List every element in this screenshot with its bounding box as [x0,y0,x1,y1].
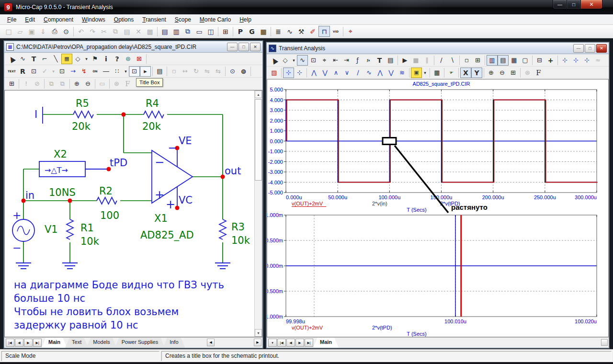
design-info-icon[interactable]: ⊞ [6,79,17,89]
go-inflection-icon[interactable]: ∿ [363,68,375,78]
next-page-button[interactable]: ▶ [24,339,33,347]
single-panel-icon[interactable]: ⊟ [534,55,545,66]
close-button[interactable]: ✕ [580,0,602,9]
title-box-icon[interactable]: ⊡ [129,66,140,77]
on-state-icon[interactable]: ON [90,66,101,77]
zoom-in-icon[interactable]: ⊕ [71,79,82,89]
rotate-icon[interactable]: ↻ [191,66,202,77]
buffer-dropdown-icon[interactable]: ▾ [422,68,428,78]
horizontal-tag-icon[interactable]: ⇤ [330,55,341,66]
menu-edit[interactable]: Edit [21,15,39,24]
browser-icon[interactable]: ⊛ [123,54,134,64]
tab-main[interactable]: Main [42,338,67,348]
grid-dots-icon[interactable]: ∷ [112,66,123,77]
grid-dropdown-icon[interactable]: ▾ [123,66,129,77]
resize-grip[interactable] [601,339,608,346]
undo-icon[interactable]: ↶ [75,26,87,37]
wire-mode-icon[interactable]: ∿ [17,54,28,64]
menu-help[interactable]: Help [235,15,256,24]
tab-analysis-main[interactable]: Main [313,338,339,348]
maximize-window-icon[interactable]: ▭ [193,26,205,37]
maximize-button[interactable]: □ [567,0,580,9]
info-mode-icon[interactable]: i [101,54,112,64]
next-page-button[interactable]: ▶ [295,339,304,347]
wire-segment-icon[interactable]: ― [101,66,112,77]
scroll-right-icon[interactable]: ▶ [254,339,261,346]
cut-icon[interactable]: ✂ [98,26,110,37]
numeric-output-icon[interactable]: ▦ [431,68,443,78]
performance-tag-icon[interactable]: ƒ [352,55,363,66]
screwdriver-icon[interactable]: ✐ [307,26,318,37]
help-mode-icon[interactable]: ? [112,54,123,64]
no-errors-icon[interactable]: ⊘ [32,79,43,89]
component-mode-icon[interactable]: ▦ [61,54,72,64]
ortho-wire-icon[interactable]: ⌐ [39,54,50,64]
p-letter-icon[interactable]: P [235,26,246,37]
schematic-horizontal-scrollbar[interactable]: ◀ ▶ [207,338,261,348]
shapes-icon[interactable]: ◇ [72,54,83,64]
go-valley-icon[interactable]: ⋁ [319,68,330,78]
first-page-button[interactable]: |◀ [277,339,286,347]
open-file-icon[interactable]: ▱ [14,26,26,37]
step-icon[interactable]: ⇆ [213,66,224,77]
tab-text[interactable]: Text [65,338,88,348]
scroll-thumb[interactable] [255,99,262,181]
font-icon[interactable]: F [122,79,133,89]
component-list-icon[interactable]: ≣ [272,26,284,37]
hammer-tool-icon[interactable]: ⚒ [295,26,307,37]
x-range-icon[interactable]: X [460,68,471,78]
crosshair-icon[interactable]: + [545,55,556,66]
polyline-mode-icon[interactable]: ∖ [447,55,458,66]
text-mode-icon[interactable]: T [374,55,385,66]
point-tag-icon[interactable]: ⌖ [319,55,330,66]
tile-vertical-icon[interactable]: ▥ [170,26,182,37]
web-icon[interactable]: ⊛ [111,79,122,89]
properties-icon[interactable]: ▤ [154,66,165,77]
overlap-icon[interactable]: ◫ [205,26,216,37]
panel-dropdown-button[interactable]: ▾ [268,339,277,347]
menu-windows[interactable]: Windows [78,15,110,24]
panel-vertical-icon[interactable]: ▥ [487,55,498,66]
tracker-horizontal-icon[interactable]: ⊹ [283,68,294,78]
anal ysis-close-button[interactable]: ✕ [596,44,607,53]
go-peak-icon[interactable]: ⋀ [308,68,319,78]
animate-scope-icon[interactable]: ▨ [269,68,280,78]
schematic-minimize-button[interactable]: — [227,43,238,51]
fx-icon[interactable]: ƒx [363,55,374,66]
warning-icon[interactable]: ! [21,79,32,89]
scope-window-icon[interactable]: ⊓ [318,26,330,37]
periodic-label-icon[interactable]: 'P' [446,68,457,78]
checklist-icon[interactable]: ✓ [39,66,50,77]
scroll-left-icon[interactable]: ◀ [207,339,215,346]
tab-info[interactable]: Info [163,338,185,348]
first-page-button[interactable]: |◀ [6,339,14,347]
text-mode-icon[interactable]: T [28,54,39,64]
probe-window-icon[interactable]: ⌖ [345,26,356,37]
tracker-next-icon[interactable]: ⊹ [294,68,305,78]
cursor-mode-icon[interactable]: ∿ [297,55,308,66]
send-back-icon[interactable]: ⧉ [57,79,68,89]
waveform-pair-icon[interactable]: ∿ [284,26,295,37]
print-icon[interactable]: ⎙ [49,26,60,37]
analysis-minimize-button[interactable]: — [573,44,584,53]
pick-cursor-icon[interactable]: ▸ [140,66,151,77]
shapes-icon[interactable]: ◇ [280,55,291,66]
plot-panel[interactable]: 5.0004.0003.0002.0001.0000.000-1.000-2.0… [267,79,609,337]
diagonal-line-icon[interactable]: ╲ [50,54,61,64]
power-icon[interactable]: ↯ [79,66,90,77]
schematic-vertical-scrollbar[interactable]: ▲ ▼ [254,91,262,337]
last-page-button[interactable]: ▶| [305,339,313,347]
shapes-dropdown-icon[interactable]: ▾ [83,54,90,64]
select-all-icon[interactable]: ▩ [144,26,156,37]
menu-monte-carlo[interactable]: Monte Carlo [195,15,235,24]
region-mode-icon[interactable]: ⊠ [134,54,145,64]
panel-blank-icon[interactable]: ▢ [520,55,531,66]
go-low-icon[interactable]: ∨ [341,68,352,78]
last-page-button[interactable]: ▶| [33,339,42,347]
zoom-in-icon[interactable]: ⊕ [486,68,497,78]
go-envelope-icon[interactable]: ≋ [397,68,408,78]
delete-icon[interactable]: ✕ [133,26,144,37]
tile-horizontal-icon[interactable]: ▤ [159,26,170,37]
attribute-text-icon[interactable]: R [17,66,28,77]
font-icon[interactable]: F [533,68,544,78]
